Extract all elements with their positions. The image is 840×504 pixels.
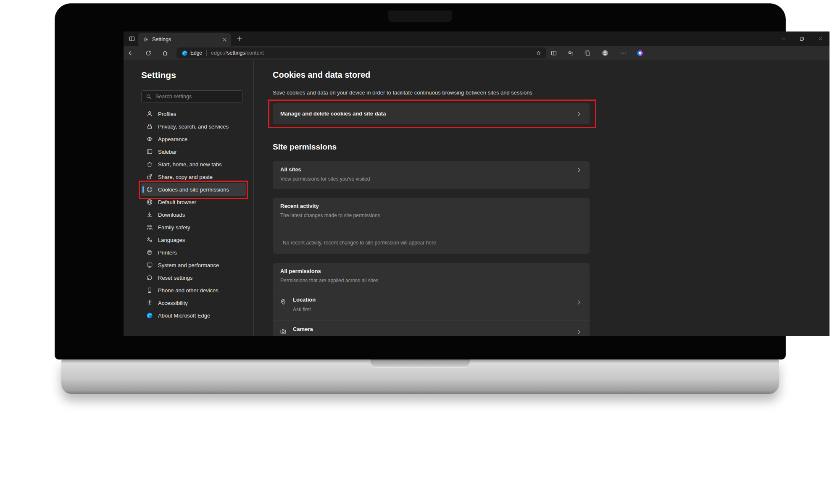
- all-permissions-card: All permissions Permissions that are app…: [273, 263, 590, 336]
- home-button[interactable]: [159, 47, 171, 59]
- split-screen-button[interactable]: [548, 47, 560, 59]
- tab-title: Settings: [152, 37, 218, 42]
- collections-button[interactable]: [582, 47, 593, 59]
- address-separator: [206, 50, 207, 56]
- sidebar-item-phone-other-devices[interactable]: Phone and other devices: [141, 284, 246, 297]
- sidebar-item-start-home-new-tabs[interactable]: Start, home, and new tabs: [141, 158, 246, 171]
- sidebar-item-downloads[interactable]: Downloads: [141, 208, 246, 221]
- sidebar-item-label: Phone and other devices: [158, 287, 219, 294]
- chevron-right-icon: [576, 329, 582, 335]
- url-text: edge://settings/content: [211, 50, 264, 56]
- edge-site-badge: Edge: [182, 50, 202, 56]
- location-icon: [280, 299, 287, 305]
- manage-cookies-card[interactable]: Manage and delete cookies and site data: [273, 103, 590, 124]
- collections-icon: [584, 50, 591, 57]
- search-placeholder: Search settings: [155, 94, 192, 100]
- chevron-right-icon: [576, 299, 582, 305]
- all-permissions-rows: LocationAsk firstCamera: [273, 291, 590, 336]
- sidebar-item-label: Printers: [158, 249, 177, 256]
- sidebar-item-default-browser[interactable]: Default browser: [141, 196, 246, 208]
- copilot-icon: [637, 49, 643, 57]
- new-tab-button[interactable]: [234, 34, 245, 44]
- permission-label: Location: [293, 297, 316, 303]
- sidebar-item-label: Languages: [158, 237, 185, 243]
- url-path: /content: [245, 50, 263, 56]
- camera-icon: [280, 328, 287, 335]
- all-sites-title: All sites: [280, 166, 301, 173]
- all-permissions-title: All permissions: [280, 268, 321, 274]
- profile-button[interactable]: [599, 47, 611, 59]
- star-icon: [536, 50, 541, 56]
- sidebar-item-share-copy-paste[interactable]: Share, copy and paste: [141, 171, 246, 183]
- maximize-button[interactable]: [793, 32, 811, 46]
- back-icon: [128, 50, 134, 57]
- cookies-site-permissions-icon: [146, 186, 153, 193]
- recent-activity-subtitle: The latest changes made to site permissi…: [280, 213, 380, 218]
- more-menu-button[interactable]: [617, 47, 629, 59]
- sidebar-item-label: Sidebar: [158, 149, 177, 155]
- url-scheme: edge://: [211, 50, 227, 56]
- accessibility-icon: [146, 299, 153, 306]
- sidebar-item-appearance[interactable]: Appearance: [141, 133, 246, 145]
- search-input[interactable]: Search settings: [141, 90, 243, 103]
- avatar-icon: [602, 49, 608, 57]
- settings-page: Settings Search settings ProfilesPrivacy…: [124, 60, 829, 336]
- sidebar-item-privacy-search-services[interactable]: Privacy, search, and services: [141, 120, 246, 133]
- sidebar-item-cookies-site-permissions[interactable]: Cookies and site permissions: [141, 183, 246, 196]
- close-icon: [818, 36, 823, 42]
- all-sites-card[interactable]: All sites View permissions for sites you…: [273, 161, 590, 189]
- sidebar-item-label: Accessibility: [158, 300, 188, 306]
- address-bar[interactable]: Edge edge://settings/content: [176, 47, 546, 58]
- sidebar-item-accessibility[interactable]: Accessibility: [141, 297, 246, 309]
- restore-icon: [799, 36, 805, 42]
- tab-actions-button[interactable]: [127, 34, 137, 44]
- minimize-button[interactable]: [774, 32, 793, 46]
- family-safety-icon: [146, 224, 153, 231]
- favorite-star-button[interactable]: [534, 48, 544, 58]
- share-copy-paste-icon: [146, 173, 153, 180]
- page-title: Cookies and data stored: [273, 70, 370, 80]
- recent-activity-empty-message: No recent activity, recent changes to si…: [283, 240, 436, 246]
- close-window-button[interactable]: [811, 32, 829, 46]
- chevron-right-icon: [576, 167, 582, 173]
- back-button[interactable]: [125, 47, 137, 59]
- sidebar-item-languages[interactable]: Languages: [141, 234, 246, 246]
- sidebar-item-family-safety[interactable]: Family safety: [141, 221, 246, 234]
- sidebar-item-label: Reset settings: [158, 275, 192, 281]
- tab-close-icon[interactable]: [221, 37, 228, 43]
- refresh-button[interactable]: [142, 47, 154, 59]
- sidebar-item-profiles[interactable]: Profiles: [141, 108, 246, 120]
- laptop-screen: Settings: [124, 32, 829, 336]
- manage-cookies-label: Manage and delete cookies and site data: [280, 110, 386, 117]
- reset-settings-icon: [146, 274, 153, 281]
- permission-row-location[interactable]: LocationAsk first: [273, 291, 590, 320]
- all-permissions-subtitle: Permissions that are applied across all …: [280, 278, 378, 284]
- appearance-icon: [146, 136, 153, 142]
- system-performance-icon: [146, 262, 153, 268]
- sidebar-item-system-performance[interactable]: System and performance: [141, 259, 246, 271]
- profiles-icon: [146, 110, 153, 117]
- sidebar-item-reset-settings[interactable]: Reset settings: [141, 271, 246, 284]
- all-sites-subtitle: View permissions for sites you've visite…: [280, 176, 370, 182]
- start-home-new-tabs-icon: [146, 161, 153, 168]
- sidebar-item-sidebar[interactable]: Sidebar: [141, 145, 246, 158]
- permission-row-camera[interactable]: Camera: [273, 320, 590, 336]
- sidebar-item-label: About Microsoft Edge: [158, 312, 210, 319]
- settings-tab[interactable]: Settings: [138, 33, 231, 46]
- sidebar-item-label: Share, copy and paste: [158, 174, 213, 180]
- favorites-button[interactable]: [565, 47, 577, 59]
- about-microsoft-edge-icon: [146, 312, 153, 319]
- sidebar-item-about-microsoft-edge[interactable]: About Microsoft Edge: [141, 309, 246, 322]
- plus-icon: [236, 35, 243, 42]
- sidebar-item-label: Family safety: [158, 224, 190, 231]
- privacy-search-services-icon: [146, 123, 153, 130]
- address-badge-label: Edge: [190, 50, 202, 56]
- sidebar-item-printers[interactable]: Printers: [141, 246, 246, 259]
- laptop-base: [61, 360, 779, 394]
- recent-activity-card: Recent activity The latest changes made …: [273, 198, 590, 254]
- copilot-button[interactable]: [634, 47, 646, 59]
- browser-tab-strip: Settings: [124, 32, 829, 46]
- sidebar-nav: ProfilesPrivacy, search, and servicesApp…: [141, 108, 246, 322]
- sidebar-item-label: Start, home, and new tabs: [158, 161, 222, 168]
- laptop-trackpad-scoop: [371, 360, 470, 368]
